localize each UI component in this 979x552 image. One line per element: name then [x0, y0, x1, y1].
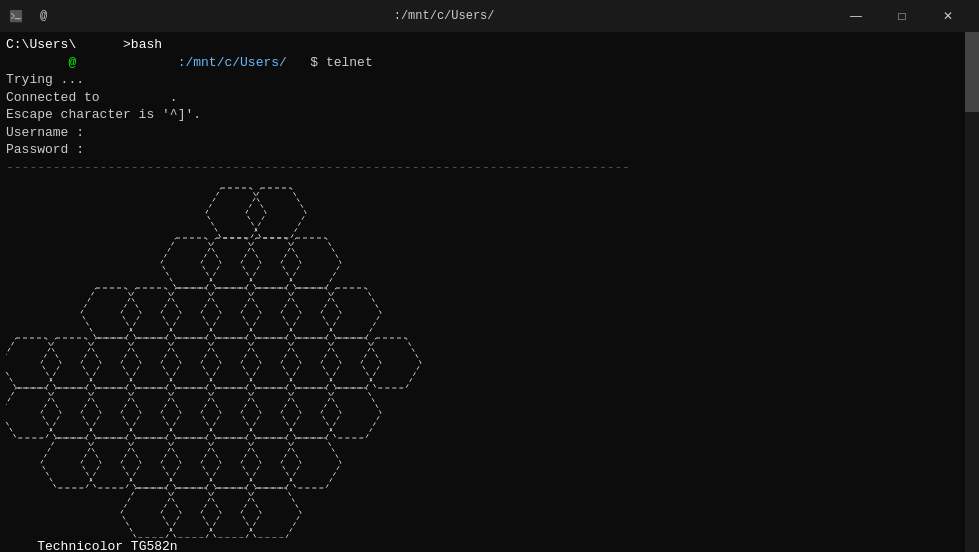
trying-line: Trying ... [6, 72, 84, 87]
connected-line: Connected to . [6, 90, 178, 105]
prompt-dollar: $ telnet [310, 55, 372, 70]
terminal-area[interactable]: C:\Users\ >bash @ :/mnt/c/Users/ $ telne… [0, 32, 979, 552]
svg-rect-0 [10, 10, 22, 22]
ascii-art [6, 178, 426, 538]
password-line: Password : [6, 142, 84, 157]
svg-marker-23 [6, 338, 61, 388]
prompt-dir: :/mnt/c/Users/ [178, 55, 287, 70]
titlebar: @ :/mnt/c/Users/ — □ ✕ [0, 0, 979, 32]
scrollbar[interactable] [965, 32, 979, 552]
dashes-top: ----------------------------------------… [6, 160, 630, 175]
device-name: Technicolor TG582n [37, 539, 177, 552]
terminal-output: C:\Users\ >bash @ :/mnt/c/Users/ $ telne… [6, 36, 973, 552]
maximize-button[interactable]: □ [879, 0, 925, 32]
close-button[interactable]: ✕ [925, 0, 971, 32]
titlebar-controls: — □ ✕ [833, 0, 971, 32]
minimize-button[interactable]: — [833, 0, 879, 32]
svg-marker-32 [6, 388, 61, 438]
titlebar-title: :/mnt/c/Users/ [55, 9, 833, 23]
username-line: Username : [6, 125, 84, 140]
escape-line: Escape character is '^]'. [6, 107, 201, 122]
titlebar-tab1: @ [32, 7, 55, 25]
scrollbar-thumb[interactable] [965, 32, 979, 112]
prompt-user: @ [68, 55, 76, 70]
titlebar-left: @ [8, 7, 55, 25]
prompt-cmd: >bash [123, 37, 162, 52]
terminal-icon [8, 8, 24, 24]
prompt-path: C:\Users\ [6, 37, 76, 52]
